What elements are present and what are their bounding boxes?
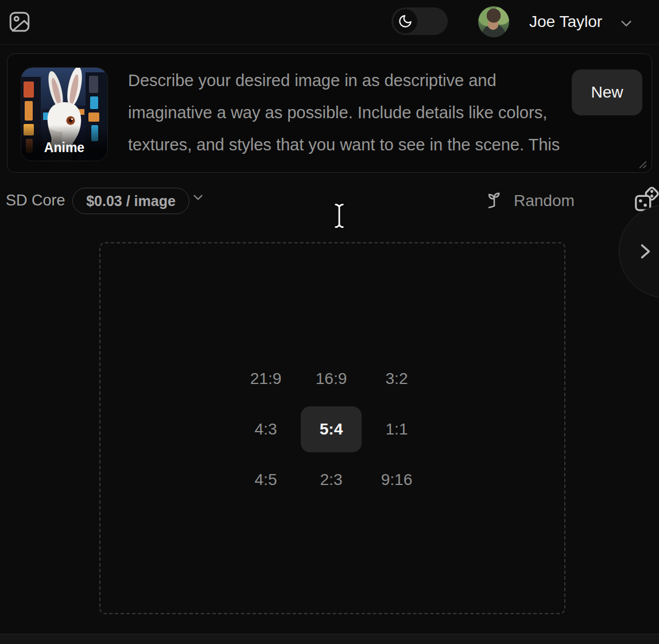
seed-value[interactable]: Random — [514, 192, 575, 210]
aspect-ratio-option[interactable]: 21:9 — [235, 356, 296, 402]
sprout-icon — [484, 188, 505, 211]
open-panel-button[interactable] — [619, 205, 659, 298]
style-preset-anime[interactable]: Anime — [21, 68, 107, 161]
prompt-input[interactable] — [128, 64, 565, 169]
user-name[interactable]: Joe Taylor — [529, 13, 602, 31]
aspect-ratio-option[interactable]: 4:3 — [235, 406, 296, 452]
chevron-right-icon — [634, 240, 655, 263]
aspect-ratio-option[interactable]: 4:5 — [235, 457, 296, 503]
new-prompt-button[interactable]: New — [572, 69, 642, 115]
textarea-resize-handle[interactable] — [638, 160, 648, 169]
aspect-ratio-option[interactable]: 9:16 — [366, 457, 427, 503]
header-bar: Joe Taylor — [0, 0, 659, 45]
user-avatar[interactable] — [478, 6, 509, 37]
aspect-ratio-grid: 21:9 16:9 3:2 4:3 5:4 1:1 4:5 2:3 9:16 — [235, 356, 427, 503]
chevron-down-icon[interactable] — [618, 15, 635, 32]
bottom-section-edge — [0, 634, 659, 644]
theme-toggle[interactable] — [391, 7, 448, 35]
gallery-logo-icon[interactable] — [7, 10, 32, 34]
price-label: $0.03 / image — [86, 193, 176, 210]
aspect-ratio-option[interactable]: 2:3 — [301, 457, 362, 503]
chevron-down-icon[interactable] — [191, 190, 206, 205]
text-cursor-icon — [332, 203, 346, 228]
price-per-image-pill[interactable]: $0.03 / image — [72, 188, 189, 214]
model-name: SD Core — [6, 192, 65, 210]
app-window: Joe Taylor — [0, 0, 659, 644]
style-preset-label: Anime — [21, 125, 107, 161]
prompt-card: Anime New — [7, 53, 652, 173]
aspect-ratio-option[interactable]: 1:1 — [366, 406, 427, 452]
moon-icon — [393, 9, 417, 33]
aspect-ratio-option[interactable]: 3:2 — [366, 356, 427, 402]
aspect-ratio-option[interactable]: 16:9 — [301, 356, 362, 402]
aspect-ratio-option[interactable]: 5:4 — [301, 406, 362, 452]
